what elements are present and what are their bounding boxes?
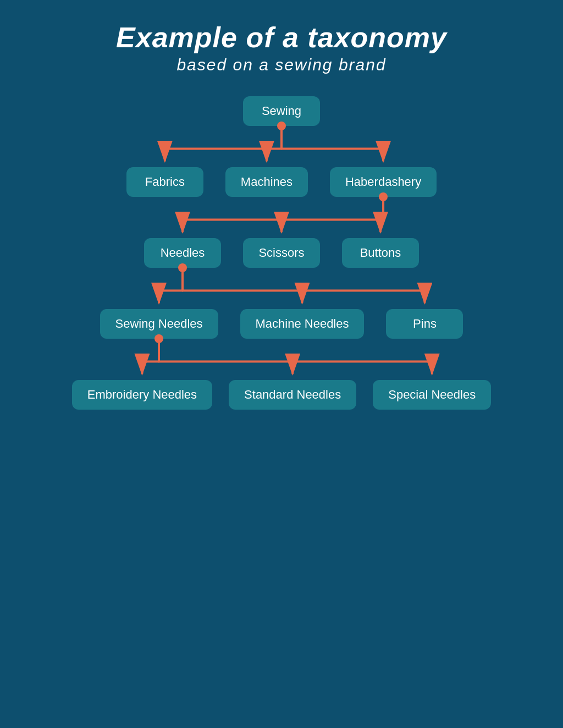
main-title: Example of a taxonomy [116, 22, 447, 53]
tree-container: Sewing Fabrics Machines Haberdashery Nee… [11, 96, 552, 410]
node-machine-needles: Machine Needles [240, 309, 365, 339]
node-buttons: Buttons [342, 238, 419, 268]
node-sewing-needles: Sewing Needles [100, 309, 218, 339]
node-fabrics: Fabrics [126, 167, 203, 197]
node-dot [277, 122, 286, 130]
spacer-2-3 [11, 268, 552, 309]
node-needles: Needles [144, 238, 221, 268]
row-level-3: Sewing Needles Machine Needles Pins [11, 309, 552, 339]
node-machines: Machines [225, 167, 308, 197]
node-dot [178, 263, 187, 272]
row-level-4: Embroidery Needles Standard Needles Spec… [11, 380, 552, 410]
node-special-needles: Special Needles [373, 380, 491, 410]
node-dot [379, 192, 388, 201]
node-scissors: Scissors [243, 238, 320, 268]
node-sewing: Sewing [243, 96, 320, 126]
node-standard-needles: Standard Needles [229, 380, 356, 410]
row-level-2: Needles Scissors Buttons [11, 238, 552, 268]
node-embroidery-needles: Embroidery Needles [72, 380, 212, 410]
title-section: Example of a taxonomy based on a sewing … [116, 22, 447, 74]
node-haberdashery: Haberdashery [330, 167, 437, 197]
row-level-0: Sewing [11, 96, 552, 126]
row-level-1: Fabrics Machines Haberdashery [11, 167, 552, 197]
spacer-3-4 [11, 339, 552, 380]
node-pins: Pins [386, 309, 463, 339]
node-dot [154, 334, 163, 343]
sub-title: based on a sewing brand [116, 56, 447, 74]
spacer-0-1 [11, 126, 552, 167]
spacer-1-2 [11, 197, 552, 238]
